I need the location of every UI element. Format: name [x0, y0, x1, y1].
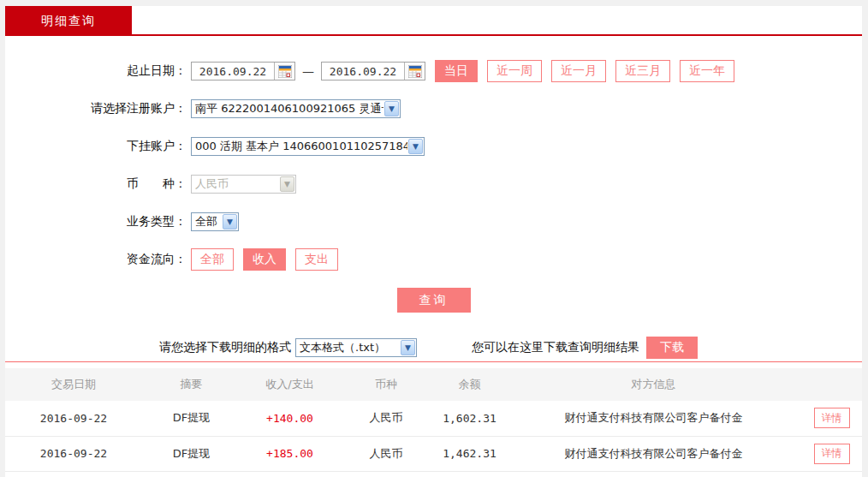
download-format-value: 文本格式（.txt）	[296, 340, 400, 355]
quick-last-week-button[interactable]: 近一周	[487, 60, 542, 82]
cell-summary: DF提现	[142, 436, 241, 471]
fund-flow-label: 资金流向：	[5, 252, 187, 267]
quick-last-year-button[interactable]: 近一年	[680, 60, 734, 82]
query-button-row: 查询	[5, 288, 862, 313]
chevron-down-icon: ▼	[223, 214, 237, 230]
form-row-business-type: 业务类型： 全部 ▼	[5, 212, 862, 231]
cell-trade-date: 2016-09-22	[5, 401, 142, 436]
cell-action: 详情	[801, 436, 862, 471]
sub-account-label: 下挂账户：	[5, 139, 187, 154]
download-format-select[interactable]: 文本格式（.txt） ▼	[295, 338, 417, 357]
cell-amount: +185.00	[241, 436, 339, 471]
chevron-down-icon: ▼	[408, 139, 423, 154]
cell-trade-date: 2016-09-22	[5, 436, 142, 471]
end-date-input[interactable]: 2016.09.22	[321, 62, 425, 80]
download-hint: 您可以在这里下载查询明细结果	[472, 340, 639, 355]
quick-today-button[interactable]: 当日	[435, 60, 478, 82]
col-header-currency: 币种	[339, 368, 433, 401]
currency-label: 币 种：	[5, 176, 187, 192]
results-table: 交易日期 摘要 收入/支出 币种 余额 对方信息 2016-09-22 DF提现…	[5, 368, 862, 472]
chevron-down-icon: ▼	[384, 101, 399, 116]
chevron-down-icon: ▼	[280, 176, 294, 192]
cell-currency: 人民币	[339, 401, 433, 436]
calendar-icon[interactable]	[274, 63, 294, 80]
cell-summary: DF提现	[142, 401, 241, 436]
start-date-value: 2016.09.22	[192, 63, 274, 80]
cell-amount: +140.00	[241, 401, 339, 436]
col-header-in-out: 收入/支出	[241, 368, 339, 401]
detail-button[interactable]: 详情	[814, 408, 850, 428]
table-header-row: 交易日期 摘要 收入/支出 币种 余额 对方信息	[5, 368, 862, 401]
cell-counterparty: 财付通支付科技有限公司客户备付金	[506, 436, 801, 471]
download-format-label: 请您选择下载明细的格式	[159, 340, 291, 355]
business-type-select[interactable]: 全部 ▼	[191, 212, 239, 231]
col-header-balance: 余额	[433, 368, 506, 401]
quick-last-month-button[interactable]: 近一月	[551, 60, 606, 82]
download-button[interactable]: 下载	[646, 337, 698, 359]
form-row-sub-account: 下挂账户： 000 活期 基本户 1406600101102571848 ▼	[5, 137, 862, 156]
form-row-registered-account: 请选择注册账户： 南平 6222001406100921065 灵通卡 ▼	[5, 99, 862, 118]
start-date-input[interactable]: 2016.09.22	[191, 62, 295, 80]
date-range-label: 起止日期：	[5, 63, 187, 79]
col-header-trade-date: 交易日期	[5, 368, 142, 401]
form-row-fund-flow: 资金流向： 全部 收入 支出	[5, 250, 862, 269]
divider-line	[5, 361, 862, 362]
currency-select: 人民币 ▼	[191, 175, 296, 194]
flow-expense-button[interactable]: 支出	[295, 248, 338, 271]
cell-currency: 人民币	[339, 436, 433, 471]
calendar-icon[interactable]	[404, 63, 425, 80]
form-row-date-range: 起止日期： 2016.09.22	[5, 62, 862, 80]
quick-last-3-months-button[interactable]: 近三月	[615, 60, 670, 82]
calendar-icon-glyph	[408, 65, 422, 78]
cell-counterparty: 财付通支付科技有限公司客户备付金	[506, 401, 801, 436]
content-panel: 明细查询 起止日期： 2016.09.22	[5, 6, 862, 477]
form-row-currency: 币 种： 人民币 ▼	[5, 175, 862, 194]
business-type-value: 全部	[192, 214, 222, 230]
sub-account-value: 000 活期 基本户 1406600101102571848	[192, 139, 407, 154]
query-button[interactable]: 查询	[397, 288, 471, 313]
calendar-icon-glyph	[278, 65, 292, 78]
registered-account-label: 请选择注册账户：	[5, 101, 187, 116]
table-row: 2016-09-22 DF提现 +185.00 人民币 1,462.31 财付通…	[5, 436, 862, 471]
detail-button[interactable]: 详情	[814, 444, 850, 464]
currency-value: 人民币	[192, 176, 279, 192]
registered-account-select[interactable]: 南平 6222001406100921065 灵通卡 ▼	[191, 99, 401, 118]
date-separator: —	[302, 64, 314, 78]
flow-income-button[interactable]: 收入	[243, 248, 286, 271]
tab-detail-query[interactable]: 明细查询	[5, 6, 132, 36]
chevron-down-icon: ▼	[401, 340, 415, 355]
sub-account-select[interactable]: 000 活期 基本户 1406600101102571848 ▼	[191, 137, 425, 156]
download-row: 请您选择下载明细的格式 文本格式（.txt） ▼ 您可以在这里下载查询明细结果 …	[5, 337, 862, 359]
flow-all-button[interactable]: 全部	[191, 248, 234, 271]
cell-action: 详情	[801, 401, 862, 436]
table-row: 2016-09-22 DF提现 +140.00 人民币 1,602.31 财付通…	[5, 401, 862, 436]
query-form: 起止日期： 2016.09.22	[5, 36, 862, 362]
business-type-label: 业务类型：	[5, 214, 187, 230]
cell-balance: 1,602.31	[433, 401, 506, 436]
tab-bar: 明细查询	[5, 6, 862, 36]
registered-account-value: 南平 6222001406100921065 灵通卡	[192, 101, 383, 116]
col-header-action	[801, 368, 862, 401]
cell-balance: 1,462.31	[433, 436, 506, 471]
col-header-counterparty: 对方信息	[506, 368, 801, 401]
col-header-summary: 摘要	[142, 368, 241, 401]
end-date-value: 2016.09.22	[322, 63, 404, 80]
